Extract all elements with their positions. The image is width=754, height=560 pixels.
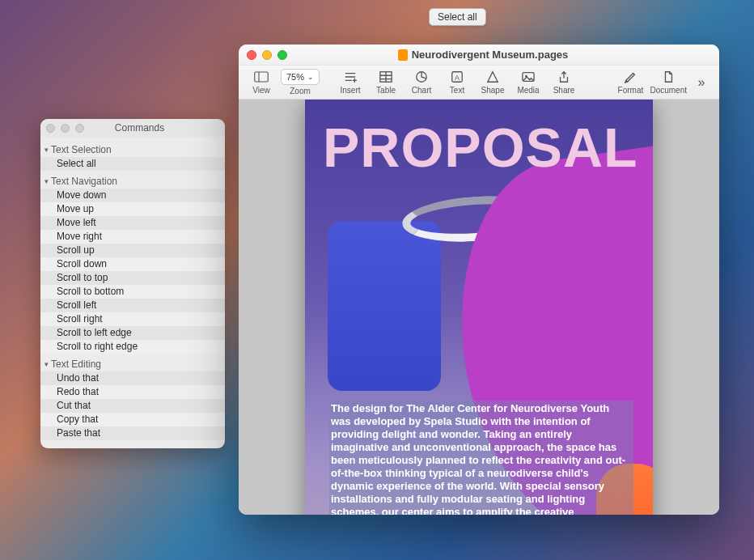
cmd-copy-that[interactable]: Copy that [40, 413, 225, 426]
voice-control-tooltip: Select all [429, 8, 486, 26]
document-button[interactable]: Document [650, 70, 687, 95]
section-label: Text Selection [51, 144, 112, 155]
format-button[interactable]: Format [614, 70, 646, 95]
toolbar-label: Document [650, 86, 687, 95]
cmd-move-down[interactable]: Move down [40, 189, 225, 202]
cmd-move-left[interactable]: Move left [40, 216, 225, 230]
toolbar-label: Shape [481, 86, 505, 95]
cmd-scroll-to-right-edge[interactable]: Scroll to right edge [40, 340, 225, 354]
document-title-text: Neurodivergent Museum.pages [412, 49, 569, 61]
cmd-redo-that[interactable]: Redo that [40, 385, 225, 399]
toolbar: View 75% ⌄ Zoom Insert Table Cha [239, 66, 719, 100]
table-icon [377, 70, 395, 84]
toolbar-label: Insert [341, 86, 361, 95]
chevron-double-right-icon: » [698, 75, 705, 90]
toolbar-label: Table [376, 86, 396, 95]
chevron-down-icon: ▾ [44, 146, 49, 154]
document-title: Neurodivergent Museum.pages [255, 49, 711, 61]
cmd-paste-that[interactable]: Paste that [40, 426, 225, 440]
zoom-value: 75% [286, 72, 304, 82]
document-canvas[interactable]: PROPOSAL The design for The Alder Center… [239, 100, 719, 515]
toolbar-label: Zoom [290, 87, 311, 95]
body-text-content: The design for The Alder Center for Neur… [331, 402, 625, 515]
document-page[interactable]: PROPOSAL The design for The Alder Center… [305, 100, 653, 515]
share-button[interactable]: Share [548, 70, 580, 95]
zoom-button[interactable]: 75% ⌄ Zoom [281, 69, 320, 95]
section-label: Text Navigation [51, 176, 117, 187]
table-button[interactable]: Table [370, 70, 402, 95]
svg-text:A: A [455, 74, 460, 82]
pages-window: Neurodivergent Museum.pages View 75% ⌄ Z… [239, 45, 719, 515]
pages-titlebar[interactable]: Neurodivergent Museum.pages [239, 45, 719, 66]
decorative-shape [328, 221, 441, 391]
chevron-down-icon: ▾ [44, 360, 49, 368]
cmd-scroll-to-bottom[interactable]: Scroll to bottom [40, 285, 225, 299]
document-heading[interactable]: PROPOSAL [323, 116, 638, 179]
toolbar-overflow-button[interactable]: » [690, 75, 713, 90]
cmd-scroll-left[interactable]: Scroll left [40, 299, 225, 312]
cmd-move-up[interactable]: Move up [40, 202, 225, 216]
chevron-down-icon: ⌄ [307, 73, 314, 81]
toolbar-label: Share [553, 86, 575, 95]
text-button[interactable]: A Text [441, 70, 473, 95]
toolbar-label: Media [517, 86, 539, 95]
document-body-text[interactable]: The design for The Alder Center for Neur… [329, 401, 633, 515]
toolbar-label: Chart [412, 86, 431, 95]
cmd-scroll-to-top[interactable]: Scroll to top [40, 271, 225, 285]
document-icon [659, 70, 677, 84]
toolbar-label: Text [450, 86, 464, 95]
media-icon [519, 70, 537, 84]
chart-icon [413, 70, 430, 84]
section-text-editing[interactable]: ▾ Text Editing [40, 354, 225, 371]
view-button[interactable]: View [245, 70, 277, 95]
cmd-select-all[interactable]: Select all [40, 157, 225, 171]
chevron-down-icon: ▾ [44, 177, 49, 185]
text-icon: A [448, 70, 466, 84]
shape-icon [484, 70, 502, 84]
cmd-scroll-right[interactable]: Scroll right [40, 312, 225, 326]
shape-button[interactable]: Shape [477, 70, 509, 95]
commands-titlebar[interactable]: Commands [40, 119, 225, 137]
zoom-pill[interactable]: 75% ⌄ [281, 69, 320, 85]
chart-button[interactable]: Chart [405, 70, 438, 95]
commands-body: ▾ Text Selection Select all ▾ Text Navig… [40, 137, 225, 448]
toolbar-label: Format [618, 86, 644, 95]
insert-icon [341, 70, 359, 84]
cmd-scroll-up[interactable]: Scroll up [40, 244, 225, 257]
section-label: Text Editing [51, 358, 101, 370]
cmd-scroll-to-left-edge[interactable]: Scroll to left edge [40, 326, 225, 340]
sidebar-icon [252, 70, 270, 84]
section-text-selection[interactable]: ▾ Text Selection [40, 139, 225, 157]
cmd-cut-that[interactable]: Cut that [40, 399, 225, 413]
commands-title: Commands [60, 122, 219, 134]
cmd-undo-that[interactable]: Undo that [40, 371, 225, 385]
cmd-move-right[interactable]: Move right [40, 230, 225, 244]
format-icon [621, 70, 639, 84]
section-text-navigation[interactable]: ▾ Text Navigation [40, 171, 225, 189]
close-icon[interactable] [46, 124, 55, 133]
media-button[interactable]: Media [512, 70, 544, 95]
toolbar-label: View [252, 86, 270, 95]
commands-panel: Commands ▾ Text Selection Select all ▾ T… [40, 119, 225, 448]
share-icon [555, 70, 573, 84]
insert-button[interactable]: Insert [334, 70, 366, 95]
svg-rect-0 [255, 72, 269, 82]
pages-doc-icon [398, 49, 408, 61]
cmd-scroll-down[interactable]: Scroll down [40, 257, 225, 271]
